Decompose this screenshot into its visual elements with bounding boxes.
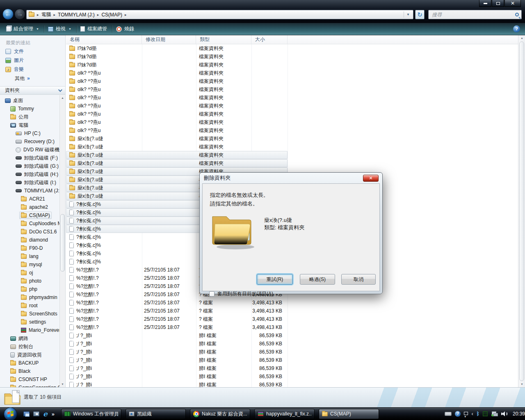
file-row[interactable]: ;/ ?_腣i腣I 檔案86,539 KB bbox=[66, 372, 288, 381]
breadcrumb-separator-icon[interactable]: ▸ bbox=[51, 13, 58, 17]
dialog-close-button[interactable]: ✕ bbox=[363, 175, 379, 182]
taskbar-button[interactable]: Nakuz 樂古 綜合資... bbox=[190, 409, 250, 419]
tree-item[interactable]: DcOo CS1.6 bbox=[0, 228, 59, 236]
tree-item[interactable]: CS(MAP) bbox=[0, 211, 59, 219]
tree-item[interactable]: mysql bbox=[0, 260, 59, 269]
taskbar-button[interactable]: Windows 工作管理員 bbox=[61, 409, 121, 419]
file-row[interactable]: ;/ ?_腣i腣I 檔案86,539 KB bbox=[66, 331, 288, 340]
column-header-name[interactable]: 名稱 bbox=[66, 35, 142, 44]
cancel-button[interactable]: 取消 bbox=[341, 274, 376, 285]
tree-item[interactable]: settings bbox=[0, 318, 59, 326]
tree-item[interactable]: 公用 bbox=[0, 113, 59, 121]
column-header-date[interactable]: 修改日期 bbox=[142, 35, 196, 44]
search-input[interactable] bbox=[431, 11, 513, 18]
tree-item[interactable]: php bbox=[0, 285, 59, 293]
tree-item[interactable]: photo bbox=[0, 277, 59, 285]
taskbar-button[interactable]: CS(MAP) bbox=[319, 409, 379, 419]
back-button[interactable]: ← bbox=[2, 9, 14, 20]
file-row[interactable]: olk? ^?燕u檔案資料夾 bbox=[66, 110, 288, 118]
start-button[interactable] bbox=[3, 407, 18, 420]
favorite-link-pics[interactable]: 圖片 bbox=[0, 56, 65, 65]
display-icon[interactable] bbox=[483, 411, 488, 416]
scroll-down-icon[interactable]: ▼ bbox=[518, 381, 525, 387]
maximize-button[interactable] bbox=[492, 0, 504, 7]
favorite-link-docs[interactable]: 文件 bbox=[0, 47, 65, 56]
toolbar-button-organize[interactable]: 組合管理▼ bbox=[3, 24, 43, 34]
favorite-link-music[interactable]: ♪音樂 bbox=[0, 65, 65, 74]
tree-item[interactable]: 控制台 bbox=[0, 342, 59, 351]
breadcrumb-separator-icon[interactable]: ▸ bbox=[34, 13, 41, 17]
help-icon[interactable]: ? bbox=[455, 411, 461, 417]
breadcrumb-separator-icon[interactable]: ▸ bbox=[122, 13, 129, 17]
tree-item[interactable]: 卸除式磁碟 (F:) bbox=[0, 154, 59, 162]
tree-item[interactable]: CSONST HP bbox=[0, 375, 59, 383]
restore-icon[interactable] bbox=[464, 412, 468, 415]
tree-item[interactable]: phpmyadmin bbox=[0, 293, 59, 301]
help-button[interactable]: ? bbox=[513, 25, 520, 32]
file-row[interactable]: %?忿醋!.?25/7/2105 18:07? 檔案3,498,413 KB bbox=[66, 307, 288, 315]
file-row[interactable]: l?妹?d壆檔案資料夾 bbox=[66, 61, 288, 69]
tree-item[interactable]: TOMMYLAM (J:) bbox=[0, 187, 59, 195]
file-row[interactable]: ;/ ?_腣i腣I 檔案86,539 KB bbox=[66, 381, 288, 387]
skip-button[interactable]: 略過(S) bbox=[300, 274, 335, 285]
file-row[interactable]: l?妹?d壆檔案資料夾 bbox=[66, 52, 288, 61]
keyboard-icon[interactable] bbox=[445, 412, 452, 416]
tree-item[interactable]: BACKUP bbox=[0, 359, 59, 367]
file-row[interactable]: 燊x渙(?.u捷檔案資料夾 bbox=[66, 135, 288, 143]
list-scrollbar[interactable]: ▲ ▼ bbox=[518, 35, 525, 387]
scroll-down-icon[interactable]: ▼ bbox=[60, 381, 65, 387]
tree-item[interactable]: Tommy bbox=[0, 105, 59, 113]
file-row[interactable]: olk? ^?燕u檔案資料夾 bbox=[66, 102, 288, 110]
file-row[interactable]: 燊x渙(?.u捷檔案資料夾 bbox=[66, 159, 288, 167]
tree-item[interactable]: 卸除式磁碟 (G:) bbox=[0, 162, 59, 170]
bluetooth-icon[interactable]: ᛒ bbox=[477, 411, 479, 416]
file-row[interactable]: %?忿醋!.?25/7/2105 18:07? 檔案3,498,413 KB bbox=[66, 315, 288, 323]
toolbar-button-explorer[interactable]: 檔案總管 bbox=[78, 24, 111, 34]
file-row[interactable]: 燊x渙(?.u捷檔案資料夾 bbox=[66, 151, 288, 159]
file-row[interactable]: %?忿醋!.?25/7/2105 18:07? 檔案3,498,413 KB bbox=[66, 323, 288, 331]
tree-item[interactable]: oj bbox=[0, 269, 59, 277]
toolbar-button-burn[interactable]: 燒錄 bbox=[113, 24, 138, 34]
tree-item[interactable]: 桌面 bbox=[0, 96, 59, 105]
tree-item[interactable]: CupNoodles M bbox=[0, 219, 59, 228]
forward-button[interactable]: → bbox=[14, 9, 25, 20]
switch-windows-icon[interactable] bbox=[23, 411, 30, 416]
file-row[interactable]: olk? ^?燕u檔案資料夾 bbox=[66, 118, 288, 126]
breadcrumb-item[interactable]: TOMMYLAM (J:) bbox=[58, 12, 95, 18]
apply-to-all-checkbox[interactable] bbox=[209, 291, 215, 297]
scroll-up-icon[interactable]: ▲ bbox=[60, 95, 65, 101]
refresh-button[interactable]: ↻ bbox=[415, 10, 425, 19]
tree-item[interactable]: GameGeneration C bbox=[0, 383, 59, 387]
column-header-size[interactable]: 大小 bbox=[251, 35, 288, 44]
breadcrumb-item[interactable]: CS(MAP) bbox=[101, 12, 122, 18]
show-desktop-icon[interactable] bbox=[33, 411, 39, 416]
toolbar-button-views[interactable]: 檢視▼ bbox=[45, 24, 75, 34]
breadcrumb-item[interactable]: 電腦 bbox=[41, 11, 51, 18]
address-bar[interactable]: ▸電腦▸TOMMYLAM (J:)▸CS(MAP)▸ ▼ bbox=[26, 10, 413, 19]
file-row[interactable]: l?妹?d壆檔案資料夾 bbox=[66, 44, 288, 52]
tree-item[interactable]: Black bbox=[0, 367, 59, 375]
tree-item[interactable]: Recovery (D:) bbox=[0, 137, 59, 146]
tree-item[interactable]: diamond bbox=[0, 236, 59, 244]
file-row[interactable]: olk? ^?燕u檔案資料夾 bbox=[66, 85, 288, 94]
taskbar-button[interactable]: happyvalley_lt_fix.z... bbox=[254, 409, 315, 419]
address-dropdown-icon[interactable]: ▼ bbox=[404, 11, 412, 18]
taskbar-clock[interactable]: 20:39 bbox=[513, 411, 525, 417]
file-row[interactable]: %?忿醋!.?25/7/2105 18:07? 檔案3,498,413 KB bbox=[66, 299, 288, 307]
file-row[interactable]: 燊x渙(?.u捷檔案資料夾 bbox=[66, 143, 288, 151]
chevron-left-icon[interactable]: ‹ bbox=[471, 411, 473, 416]
tree-item[interactable]: root bbox=[0, 301, 59, 310]
folders-band[interactable]: 資料夾 bbox=[0, 86, 65, 95]
scroll-up-icon[interactable]: ▲ bbox=[518, 35, 525, 41]
file-row[interactable]: olk? ^?燕u檔案資料夾 bbox=[66, 126, 288, 135]
file-row[interactable]: olk? ^?燕u檔案資料夾 bbox=[66, 94, 288, 102]
network-icon[interactable] bbox=[491, 411, 498, 417]
tree-scrollbar-thumb[interactable] bbox=[60, 214, 65, 272]
file-row[interactable]: ;/ ?_腣i腣I 檔案86,539 KB bbox=[66, 348, 288, 356]
file-row[interactable]: ;/ ?_腣i腣I 檔案86,539 KB bbox=[66, 340, 288, 348]
tree-item[interactable]: lang bbox=[0, 252, 59, 260]
tree-item[interactable]: DVD RW 磁碟機 ( bbox=[0, 146, 59, 154]
tree-item[interactable]: 卸除式磁碟 (H:) bbox=[0, 170, 59, 178]
tree-item[interactable]: ScreenShots bbox=[0, 310, 59, 318]
file-row[interactable]: ;/ ?_腣i腣I 檔案86,539 KB bbox=[66, 364, 288, 372]
